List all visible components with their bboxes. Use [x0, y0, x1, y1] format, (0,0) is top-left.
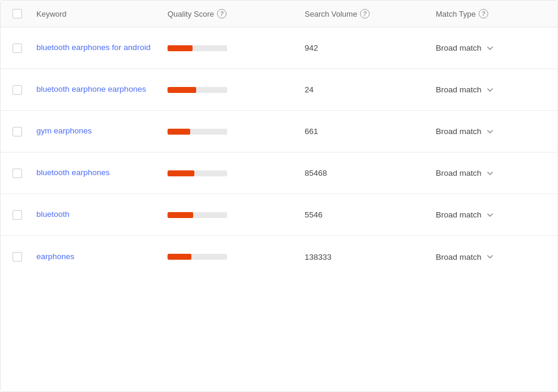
match-header-label: Match Type — [436, 10, 476, 18]
keywords-table: Keyword Quality Score ? Search Volume ? … — [0, 0, 558, 392]
row-checkbox[interactable] — [13, 210, 22, 220]
quality-cell — [168, 129, 305, 135]
quality-bar-fill — [168, 254, 191, 260]
table-row: bluetooth earphones 85468 Broad match — [1, 153, 557, 194]
row-checkbox-cell — [13, 252, 36, 262]
quality-cell — [168, 254, 305, 260]
match-type-chevron-icon[interactable] — [486, 128, 494, 135]
quality-bar-fill — [168, 170, 194, 176]
quality-info-icon[interactable]: ? — [217, 9, 227, 18]
row-checkbox-cell — [13, 210, 36, 220]
header-checkbox-col — [13, 9, 36, 18]
keyword-column-header: Keyword — [36, 10, 168, 18]
match-type-label: Broad match — [436, 169, 482, 178]
quality-bar-container — [168, 212, 251, 218]
volume-cell: 5546 — [305, 210, 436, 219]
match-type-chevron-icon[interactable] — [486, 211, 494, 219]
volume-info-icon[interactable]: ? — [360, 9, 370, 18]
quality-bar-fill — [168, 212, 193, 218]
row-checkbox[interactable] — [13, 169, 22, 178]
row-checkbox[interactable] — [13, 252, 22, 262]
table-header: Keyword Quality Score ? Search Volume ? … — [1, 1, 557, 27]
table-row: earphones 138333 Broad match — [1, 236, 557, 278]
match-type-label: Broad match — [436, 210, 482, 219]
match-cell: Broad match — [436, 210, 545, 219]
table-body: bluetooth earphones for android 942 Broa… — [1, 27, 557, 278]
quality-bar-bg — [168, 170, 227, 176]
quality-bar-container — [168, 170, 251, 176]
match-column-header: Match Type ? — [436, 9, 545, 18]
row-checkbox-cell — [13, 43, 36, 53]
quality-bar-fill — [168, 87, 196, 93]
select-all-checkbox[interactable] — [13, 9, 22, 18]
quality-bar-bg — [168, 45, 227, 51]
table-row: gym earphones 661 Broad match — [1, 111, 557, 153]
table-row: bluetooth earphone earphones 24 Broad ma… — [1, 69, 557, 111]
match-cell: Broad match — [436, 169, 545, 178]
quality-cell — [168, 170, 305, 176]
match-type-label: Broad match — [436, 43, 482, 52]
row-checkbox-cell — [13, 85, 36, 95]
quality-cell — [168, 212, 305, 218]
keyword-header-label: Keyword — [36, 10, 67, 18]
quality-bar-container — [168, 254, 251, 260]
match-type-label: Broad match — [436, 85, 482, 94]
keyword-cell: bluetooth earphones for android — [36, 42, 168, 54]
volume-column-header: Search Volume ? — [305, 9, 436, 18]
quality-bar-container — [168, 45, 251, 51]
quality-bar-bg — [168, 254, 227, 260]
table-row: bluetooth earphones for android 942 Broa… — [1, 27, 557, 69]
quality-cell — [168, 87, 305, 93]
match-cell: Broad match — [436, 85, 545, 94]
row-checkbox[interactable] — [13, 43, 22, 53]
row-checkbox[interactable] — [13, 127, 22, 136]
match-type-label: Broad match — [436, 253, 482, 262]
quality-bar-container — [168, 87, 251, 93]
table-row: bluetooth 5546 Broad match — [1, 194, 557, 236]
keyword-cell: earphones — [36, 251, 168, 263]
quality-bar-bg — [168, 87, 227, 93]
quality-bar-bg — [168, 212, 227, 218]
match-cell: Broad match — [436, 43, 545, 52]
match-type-chevron-icon[interactable] — [486, 86, 494, 94]
row-checkbox-cell — [13, 127, 36, 136]
row-checkbox-cell — [13, 169, 36, 178]
volume-cell: 24 — [305, 85, 436, 94]
keyword-cell: bluetooth earphones — [36, 167, 168, 179]
volume-cell: 942 — [305, 43, 436, 52]
row-checkbox[interactable] — [13, 85, 22, 95]
match-type-chevron-icon[interactable] — [486, 170, 494, 177]
keyword-cell: bluetooth — [36, 209, 168, 220]
volume-cell: 85468 — [305, 169, 436, 178]
volume-header-label: Search Volume — [305, 10, 357, 18]
match-type-chevron-icon[interactable] — [486, 45, 494, 52]
quality-bar-container — [168, 129, 251, 135]
match-type-chevron-icon[interactable] — [486, 253, 494, 260]
keyword-cell: gym earphones — [36, 125, 168, 137]
volume-cell: 138333 — [305, 253, 436, 262]
quality-header-label: Quality Score — [168, 10, 214, 18]
quality-bar-bg — [168, 129, 227, 135]
quality-cell — [168, 45, 305, 51]
match-info-icon[interactable]: ? — [479, 9, 488, 18]
volume-cell: 661 — [305, 127, 436, 136]
keyword-cell: bluetooth earphone earphones — [36, 83, 168, 95]
match-cell: Broad match — [436, 127, 545, 136]
quality-column-header: Quality Score ? — [168, 9, 305, 18]
quality-bar-fill — [168, 129, 190, 135]
quality-bar-fill — [168, 45, 193, 51]
match-cell: Broad match — [436, 253, 545, 262]
match-type-label: Broad match — [436, 127, 482, 136]
